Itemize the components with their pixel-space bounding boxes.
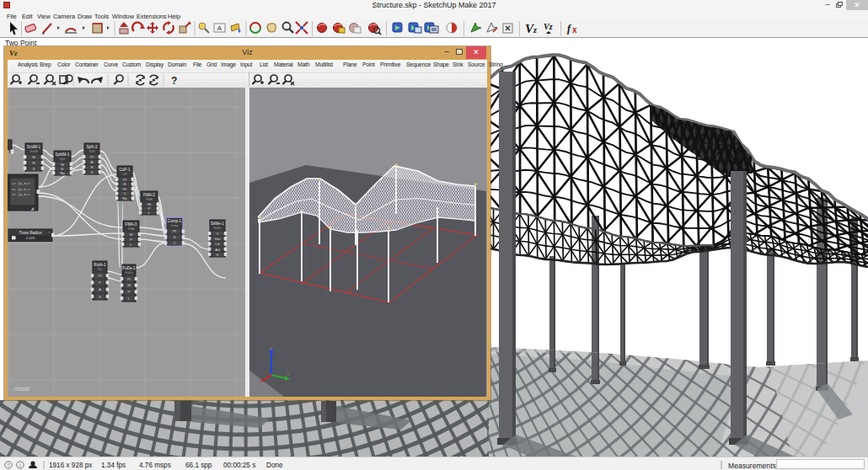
svg-text:B: B — [124, 182, 126, 186]
svg-text:M: M — [32, 155, 35, 159]
svg-text:A: A — [99, 287, 101, 291]
svg-text:Pl: Pl — [99, 274, 102, 278]
svg-text:C: C — [123, 191, 126, 195]
svg-text:Rot: Rot — [98, 268, 103, 271]
svg-text:Pl: Pl — [127, 277, 131, 281]
svg-text:Sm: Sm — [215, 237, 221, 241]
svg-text:Split: Split — [60, 158, 66, 161]
svg-text:S: S — [99, 295, 101, 299]
svg-text:M: M — [130, 232, 133, 237]
svg-text:SplitM-1: SplitM-1 — [56, 152, 70, 157]
svg-text:FMA: FMA — [146, 198, 153, 201]
svg-text:S: S — [217, 253, 219, 257]
svg-text:FuDe: FuDe — [126, 271, 133, 275]
svg-text:f: f — [567, 23, 571, 35]
svg-text:P: P — [99, 280, 101, 285]
svg-text:Ht: Ht — [123, 187, 127, 191]
svg-text:Done: Done — [266, 462, 283, 469]
svg-text:CoP: CoP — [122, 173, 129, 176]
svg-text:1916 x 928 px: 1916 x 928 px — [49, 462, 92, 469]
svg-text:=> [A,B,C: => [A,B,C — [12, 188, 30, 191]
svg-text:FMA-2: FMA-2 — [143, 193, 155, 197]
svg-text:Pl: Pl — [90, 155, 94, 159]
svg-text:Vz: Vz — [525, 22, 537, 35]
svg-text:0.026: 0.026 — [26, 236, 35, 240]
svg-text:Rp: Rp — [122, 196, 127, 200]
svg-text:Ld: Ld — [216, 242, 220, 246]
svg-text:00:00:25 s: 00:00:25 s — [223, 462, 255, 469]
svg-text:Comp-1: Comp-1 — [168, 219, 182, 223]
svg-text:A: A — [91, 160, 94, 164]
svg-text:i: i — [19, 462, 20, 468]
svg-text:M: M — [61, 163, 64, 167]
svg-text:SrtdM-1: SrtdM-1 — [27, 145, 41, 149]
svg-text:FMA-3: FMA-3 — [126, 222, 137, 227]
svg-text:◢: ◢ — [31, 206, 35, 211]
svg-text:B: B — [91, 165, 94, 169]
svg-text:Truss Radius: Truss Radius — [19, 231, 43, 235]
svg-text:x: x — [572, 25, 577, 35]
svg-text:FuDe-1: FuDe-1 — [122, 266, 136, 270]
svg-text:E: E — [62, 167, 64, 171]
svg-text:C: C — [173, 241, 175, 245]
svg-text:CoP-1: CoP-1 — [119, 168, 130, 172]
svg-text:Z: Z — [270, 346, 272, 351]
svg-text:SpN-2: SpN-2 — [86, 145, 97, 149]
svg-text:RotA-1: RotA-1 — [94, 263, 106, 267]
svg-text:Ad: Ad — [215, 248, 220, 252]
svg-text:M: M — [127, 283, 131, 287]
svg-text:SkMe-1: SkMe-1 — [211, 222, 224, 226]
svg-text:=> [A,B+7: => [A,B+7 — [12, 182, 30, 185]
svg-text:Comp: Comp — [170, 224, 179, 227]
svg-text:/root/: /root/ — [14, 385, 30, 393]
svg-text:R: R — [32, 161, 35, 165]
svg-text:S: S — [33, 167, 35, 171]
svg-text:SpN: SpN — [89, 150, 95, 153]
svg-text:S: S — [174, 235, 176, 239]
svg-text:4.76 msps: 4.76 msps — [139, 462, 171, 469]
svg-text:A: A — [217, 24, 222, 32]
svg-text:Pl: Pl — [173, 229, 176, 233]
svg-text:1.34 fps: 1.34 fps — [101, 462, 126, 469]
svg-text:Measurements: Measurements — [728, 462, 776, 470]
svg-text:P: P — [130, 238, 132, 242]
svg-text:Rp: Rp — [60, 171, 65, 175]
svg-text:P: P — [128, 290, 131, 294]
svg-text:FMA: FMA — [128, 227, 135, 231]
svg-text:S: S — [91, 170, 94, 174]
svg-text:=> [A,B+7: => [A,B+7 — [12, 193, 30, 196]
svg-text:SrtdM: SrtdM — [29, 150, 38, 153]
svg-text:Vz: Vz — [544, 22, 553, 31]
svg-text:66.1 spp: 66.1 spp — [185, 462, 212, 469]
svg-text:S: S — [8, 150, 9, 154]
svg-text:SkMe: SkMe — [213, 227, 221, 230]
svg-text:Pl: Pl — [123, 178, 126, 182]
svg-text:?: ? — [7, 462, 10, 468]
svg-text:V: V — [217, 232, 219, 236]
